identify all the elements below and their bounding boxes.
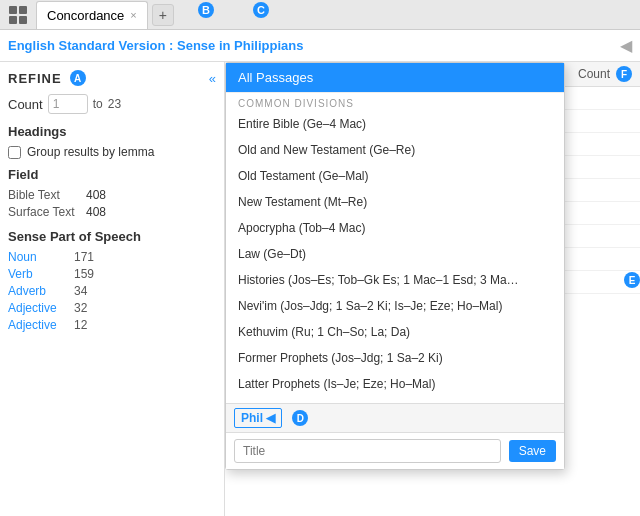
sense-title: Sense Part of Speech: [8, 229, 216, 244]
sense-noun-row[interactable]: Noun 171: [8, 250, 216, 264]
save-button[interactable]: Save: [509, 440, 556, 462]
dropdown-overlay: All Passages COMMON DIVISIONS Entire Bib…: [225, 62, 640, 516]
tab-close-button[interactable]: ×: [130, 9, 136, 21]
badge-d: D: [292, 410, 308, 426]
sense-noun-count: 171: [74, 250, 94, 264]
dropdown-item-new-testament[interactable]: New Testament (Mt–Re): [226, 189, 564, 215]
add-tab-button[interactable]: +: [152, 4, 174, 26]
sense-adj1-label: Adjective: [8, 301, 68, 315]
group-lemma-row[interactable]: Group results by lemma: [8, 145, 216, 159]
dropdown-scroll-area[interactable]: All Passages COMMON DIVISIONS Entire Bib…: [226, 63, 564, 403]
count-row: Count to 23: [8, 94, 216, 114]
back-arrow-icon[interactable]: ◀: [620, 36, 632, 55]
dropdown-all-passages[interactable]: All Passages: [226, 63, 564, 92]
refine-header: REFINE A «: [8, 70, 216, 86]
count-min-input[interactable]: [48, 94, 88, 114]
search-save-row: Save: [226, 432, 564, 469]
breadcrumb-text: English Standard Version : Sense in Phil…: [8, 38, 303, 53]
field-name-surface: Surface Text: [8, 205, 78, 219]
dropdown-item-entire-bible[interactable]: Entire Bible (Ge–4 Mac): [226, 111, 564, 137]
count-to-label: to: [93, 97, 103, 111]
sense-section: Sense Part of Speech Noun 171 Verb 159 A…: [8, 229, 216, 332]
sense-adverb-count: 34: [74, 284, 87, 298]
sense-verb-label: Verb: [8, 267, 68, 281]
refine-title: REFINE: [8, 71, 62, 86]
refine-collapse-button[interactable]: «: [209, 71, 216, 86]
breadcrumb-bar: English Standard Version : Sense in Phil…: [0, 30, 640, 62]
sense-adverb-label: Adverb: [8, 284, 68, 298]
dropdown-item-histories[interactable]: Histories (Jos–Es; Tob–Gk Es; 1 Mac–1 Es…: [226, 267, 564, 293]
dropdown-item-former-prophets[interactable]: Former Prophets (Jos–Jdg; 1 Sa–2 Ki): [226, 345, 564, 371]
badge-a: A: [70, 70, 86, 86]
count-label: Count: [8, 97, 43, 112]
field-bible-text: Bible Text 408: [8, 188, 216, 202]
badge-b: B: [198, 2, 214, 18]
sense-adj2-count: 12: [74, 318, 87, 332]
phil-input-row: Phil ◀ D: [226, 403, 564, 432]
field-count-surface: 408: [86, 205, 106, 219]
sense-adj1-count: 32: [74, 301, 87, 315]
field-title: Field: [8, 167, 216, 182]
refine-panel: REFINE A « Count to 23 Headings Group re…: [0, 62, 225, 516]
title-search-input[interactable]: [234, 439, 501, 463]
tab-bar: Concordance × + B C: [0, 0, 640, 30]
field-section: Field Bible Text 408 Surface Text 408: [8, 167, 216, 219]
tab-label: Concordance: [47, 8, 124, 23]
sense-adj2-label: Adjective: [8, 318, 68, 332]
dropdown-item-apocrypha[interactable]: Apocrypha (Tob–4 Mac): [226, 215, 564, 241]
sense-adj2-row[interactable]: Adjective 12: [8, 318, 216, 332]
field-surface-text: Surface Text 408: [8, 205, 216, 219]
dropdown-item-kethuvim[interactable]: Kethuvim (Ru; 1 Ch–So; La; Da): [226, 319, 564, 345]
sense-adverb-row[interactable]: Adverb 34: [8, 284, 216, 298]
results-panel: Sense Count F ▶ e ▶ g ▶ t ▶ t ▶ s: [225, 62, 640, 516]
field-name-bible: Bible Text: [8, 188, 78, 202]
concordance-tab[interactable]: Concordance ×: [36, 1, 148, 29]
phil-label: Phil ◀: [234, 408, 282, 428]
sense-adj1-row[interactable]: Adjective 32: [8, 301, 216, 315]
sense-verb-count: 159: [74, 267, 94, 281]
app-icon: [4, 1, 32, 29]
dropdown-item-old-new-testament[interactable]: Old and New Testament (Ge–Re): [226, 137, 564, 163]
sense-verb-row[interactable]: Verb 159: [8, 267, 216, 281]
group-lemma-label: Group results by lemma: [27, 145, 154, 159]
dropdown-divider-label: COMMON DIVISIONS: [226, 92, 564, 111]
headings-title: Headings: [8, 124, 216, 139]
dropdown-item-nevim[interactable]: Nevi'im (Jos–Jdg; 1 Sa–2 Ki; Is–Je; Eze;…: [226, 293, 564, 319]
count-max-value: 23: [108, 97, 121, 111]
badge-c: C: [253, 2, 269, 18]
main-area: REFINE A « Count to 23 Headings Group re…: [0, 62, 640, 516]
dropdown-container[interactable]: All Passages COMMON DIVISIONS Entire Bib…: [225, 62, 565, 470]
dropdown-item-old-testament[interactable]: Old Testament (Ge–Mal): [226, 163, 564, 189]
group-lemma-checkbox[interactable]: [8, 146, 21, 159]
sense-noun-label: Noun: [8, 250, 68, 264]
dropdown-item-law[interactable]: Law (Ge–Dt): [226, 241, 564, 267]
dropdown-item-latter-prophets[interactable]: Latter Prophets (Is–Je; Eze; Ho–Mal): [226, 371, 564, 397]
field-count-bible: 408: [86, 188, 106, 202]
